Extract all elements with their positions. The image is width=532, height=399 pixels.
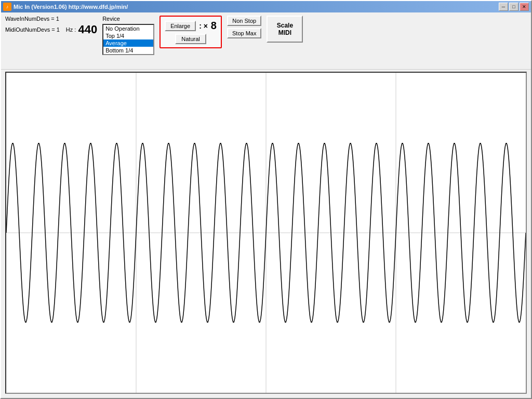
titlebar-left: ♪ Mic In (Version1.06) http://www.dfd.jp… bbox=[3, 3, 128, 11]
enlarge-button[interactable]: Enlarge bbox=[165, 21, 196, 31]
hz-label: Hz : bbox=[66, 26, 76, 33]
toolbar: WaveInNumDevs = 1 MidiOutNumDevs = 1 Hz … bbox=[1, 12, 531, 70]
multiply-symbol: : × bbox=[199, 22, 208, 30]
minimize-button[interactable]: ─ bbox=[499, 3, 508, 11]
listbox-item-no-operation[interactable]: No Operation bbox=[103, 25, 153, 32]
nonstop-section: Non Stop Stop Max bbox=[227, 16, 261, 38]
device-label: Revice bbox=[102, 16, 154, 22]
maximize-button[interactable]: □ bbox=[509, 3, 518, 11]
stop-max-button[interactable]: Stop Max bbox=[227, 28, 261, 38]
natural-row: Natural bbox=[175, 34, 206, 44]
natural-button[interactable]: Natural bbox=[175, 34, 206, 44]
titlebar-controls: ─ □ ✕ bbox=[499, 3, 529, 11]
listbox-item-top14[interactable]: Top 1/4 bbox=[103, 32, 153, 39]
main-window: ♪ Mic In (Version1.06) http://www.dfd.jp… bbox=[0, 0, 532, 399]
multiply-value: 8 bbox=[211, 20, 217, 32]
listbox-item-bottom14[interactable]: Bottom 1/4 bbox=[103, 47, 153, 54]
enlarge-row: Enlarge : × 8 bbox=[165, 20, 217, 32]
waveform-area bbox=[5, 72, 527, 394]
device-section: Revice No Operation Top 1/4 Average Bott… bbox=[102, 16, 154, 55]
scale-label-line1: Scale bbox=[277, 22, 293, 29]
hz-line: MidiOutNumDevs = 1 Hz : 440 bbox=[5, 23, 97, 36]
enlarge-section: Enlarge : × 8 Natural bbox=[159, 16, 222, 48]
wave-devs-label: WaveInNumDevs = 1 bbox=[5, 16, 97, 22]
non-stop-button[interactable]: Non Stop bbox=[227, 16, 261, 26]
waveform-canvas bbox=[6, 73, 526, 393]
toolbar-main: WaveInNumDevs = 1 MidiOutNumDevs = 1 Hz … bbox=[5, 16, 527, 55]
listbox-item-average[interactable]: Average bbox=[103, 39, 153, 47]
midi-devs-label: MidiOutNumDevs = 1 bbox=[5, 26, 60, 33]
scale-section: Scale MIDI bbox=[267, 16, 303, 43]
device-listbox[interactable]: No Operation Top 1/4 Average Bottom 1/4 bbox=[102, 24, 154, 55]
app-icon: ♪ bbox=[3, 3, 11, 11]
window-title: Mic In (Version1.06) http://www.dfd.jp/m… bbox=[14, 4, 128, 10]
info-section: WaveInNumDevs = 1 MidiOutNumDevs = 1 Hz … bbox=[5, 16, 97, 36]
titlebar: ♪ Mic In (Version1.06) http://www.dfd.jp… bbox=[1, 1, 531, 12]
hz-value: 440 bbox=[78, 23, 97, 36]
close-button[interactable]: ✕ bbox=[520, 3, 529, 11]
scale-midi-button[interactable]: Scale MIDI bbox=[267, 16, 303, 43]
scale-label-line2: MIDI bbox=[278, 29, 291, 36]
